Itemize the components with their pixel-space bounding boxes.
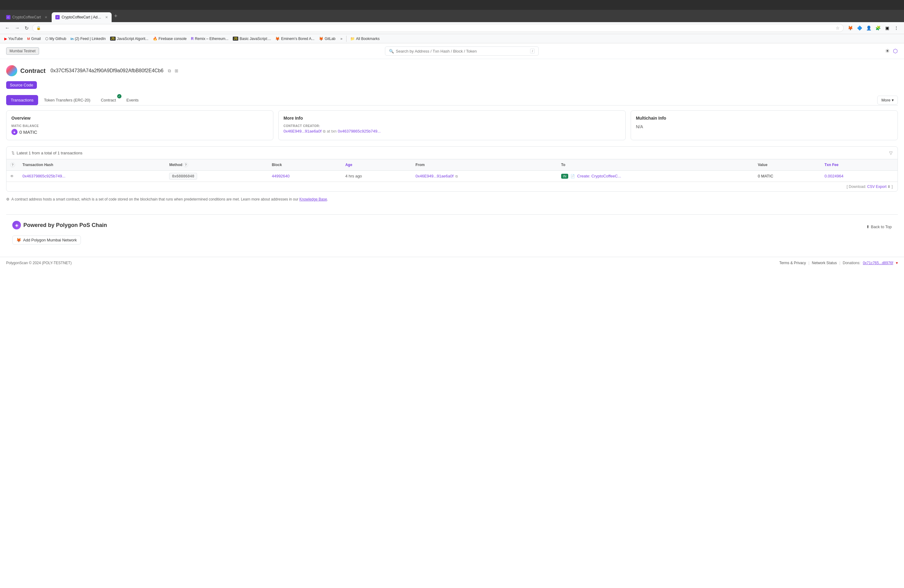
gmail-favicon: M (27, 37, 30, 41)
terms-link[interactable]: Terms & Privacy (779, 261, 806, 265)
sidebar-icon[interactable]: ▣ (883, 24, 891, 32)
multichain-value: N/A (636, 124, 893, 129)
col-block: Block (268, 159, 341, 171)
info-cards: Overview MATIC BALANCE ◈ 0 MATIC More In… (6, 111, 898, 140)
eye-icon[interactable]: 👁 (10, 174, 14, 179)
back-button[interactable]: ← (4, 25, 11, 32)
menu-icon[interactable]: ⋮ (892, 24, 900, 32)
tab-inactive[interactable]: C CryptoCoffeeCart ✕ (2, 12, 51, 22)
donation-address-link[interactable]: 0x71c765...d8976f (863, 261, 893, 265)
basicjs-favicon: JS (233, 36, 238, 41)
more-info-title: More Info (283, 115, 621, 120)
source-code-tab[interactable]: Source Code (6, 81, 37, 89)
copy-address-icon[interactable]: ⧉ (168, 68, 171, 74)
back-to-top-link[interactable]: ⬆ Back to Top (866, 224, 892, 229)
copy-creator-icon[interactable]: ⧉ (323, 129, 326, 133)
bookmark-github[interactable]: ⬡ My Github (43, 36, 68, 41)
download-prefix: [ Download: (847, 185, 866, 189)
tab-transactions[interactable]: Transactions (6, 95, 38, 105)
bookmark-gmail[interactable]: M Gmail (25, 36, 43, 41)
tab-events[interactable]: Events (122, 95, 143, 105)
bookmark-youtube[interactable]: ▶ YouTube (2, 36, 25, 41)
add-network-button[interactable]: 🦊 Add Polygon Mumbai Network (12, 236, 81, 245)
age-text: 4 hrs ago (345, 174, 362, 179)
more-label: More (881, 98, 890, 103)
bookmark-linkedin[interactable]: in (2) Feed | LinkedIn (69, 36, 107, 41)
tab-label-active: CryptoCoffeeCart | Address... (62, 15, 101, 19)
bookmark-eminem[interactable]: 🦊 Eminem's Bored A... (273, 36, 316, 41)
reload-button[interactable]: ↻ (24, 25, 30, 32)
info-help-icon[interactable]: ? (10, 162, 15, 167)
polygon-icon[interactable]: ⬡ (893, 47, 898, 54)
bookmark-gitlab[interactable]: 🦊 GitLab (317, 36, 337, 41)
row-age: 4 hrs ago (341, 171, 412, 182)
browser-actions: 🦊 🔷 👤 🧩 ▣ ⋮ (846, 24, 900, 32)
copy-from-icon[interactable]: ⧉ (455, 174, 458, 178)
bookmark-firebase[interactable]: 🔥 Firebase console (151, 36, 188, 41)
star-icon[interactable]: ☆ (836, 25, 840, 30)
more-button[interactable]: More ▾ (877, 96, 898, 104)
bookmark-remix[interactable]: R Remix – Ethereum... (189, 36, 230, 41)
tab-label: CryptoCoffeeCart (12, 15, 41, 19)
download-row: [ Download: CSV Export ⬇ ] (6, 182, 898, 191)
to-contract-icon: 📄 (571, 174, 575, 179)
csv-export-link[interactable]: CSV Export (867, 185, 887, 189)
txn-address-link[interactable]: 0x46379865c925b749... (338, 129, 381, 133)
matic-amount: 0 MATIC (19, 130, 37, 135)
network-status-link[interactable]: Network Status (812, 261, 837, 265)
jsalgo-label: JavaScript Algorit... (117, 36, 149, 41)
tab-close-active[interactable]: ✕ (103, 15, 108, 19)
forward-button[interactable]: → (14, 25, 21, 32)
fee-link[interactable]: 0.0024964 (824, 174, 843, 179)
creator-address-link[interactable]: 0x46E949...91ae6a0f (283, 129, 322, 133)
profile-icon[interactable]: 👤 (864, 24, 872, 32)
network-badge[interactable]: Mumbai Testnet (6, 47, 39, 55)
col-tx-hash: Transaction Hash (19, 159, 166, 171)
tab-token-transfers-label: Token Transfers (ERC-20) (44, 98, 90, 103)
bookmarks-more-icon[interactable]: » (338, 36, 345, 41)
row-to: IN 📄 Create: CryptoCoffeeC... (558, 171, 754, 182)
eminem-label: Eminem's Bored A... (281, 36, 314, 41)
page-wrapper: Mumbai Testnet 🔍 / ☀ ⬡ Contract 0x37Cf53… (0, 43, 904, 588)
tab-contract[interactable]: Contract ✓ (96, 95, 120, 105)
powered-section: ◈ Powered by Polygon PoS Chain ⬆ Back to… (6, 214, 898, 251)
tab-token-transfers[interactable]: Token Transfers (ERC-20) (40, 95, 95, 105)
block-link[interactable]: 44992640 (272, 174, 290, 179)
new-tab-button[interactable]: + (112, 13, 119, 19)
qr-code-icon[interactable]: ⊞ (175, 68, 179, 73)
row-block: 44992640 (268, 171, 341, 182)
search-input[interactable] (396, 49, 528, 54)
footer-links: Terms & Privacy | Network Status | Donat… (779, 261, 898, 265)
github-favicon: ⬡ (45, 36, 48, 41)
browser-tabs-bar: C CryptoCoffeeCart ✕ P CryptoCoffeeCart … (0, 10, 904, 22)
bookmark-basicjs[interactable]: JS Basic JavaScript:... (231, 36, 273, 41)
tab-contract-label: Contract (101, 98, 116, 103)
browser-top-bar (0, 0, 904, 10)
creator-row: 0x46E949...91ae6a0f ⧉ at txn 0x46379865c… (283, 129, 621, 133)
wallet-icon[interactable]: 🔷 (855, 24, 863, 32)
age-col-label: Age (345, 163, 352, 167)
method-help-icon[interactable]: ? (183, 162, 188, 167)
knowledge-base-link2[interactable]: Knowledge Base (299, 197, 327, 201)
tab-close[interactable]: ✕ (43, 15, 47, 19)
extensions-icon[interactable]: 🦊 (846, 24, 854, 32)
filter-icon[interactable]: ▽ (889, 150, 893, 155)
tab-active[interactable]: P CryptoCoffeeCart | Address... ✕ (52, 12, 112, 22)
fee-col-label: Txn Fee (824, 163, 838, 167)
url-input[interactable]: mumbai.polygonscan.com/address/0x37cf534… (43, 26, 834, 30)
at-txn-label: at txn (327, 129, 337, 133)
extension-icon[interactable]: 🧩 (874, 24, 882, 32)
main-tabs-row: Transactions Token Transfers (ERC-20) Co… (6, 95, 898, 106)
address-bar[interactable]: 🔒 mumbai.polygonscan.com/address/0x37cf5… (32, 24, 844, 32)
info-note-content: A contract address hosts a smart contrac… (11, 197, 298, 201)
from-link[interactable]: 0x46E949...91ae6a0f (416, 174, 454, 179)
theme-toggle-icon[interactable]: ☀ (885, 47, 890, 54)
more-chevron-icon: ▾ (892, 98, 894, 103)
tx-hash-link[interactable]: 0x46379865c925b749... (22, 174, 65, 179)
col-txn-fee: Txn Fee (821, 159, 898, 171)
main-content: Contract 0x37Cf534739A74a2f90A9Df9a092Af… (0, 59, 904, 257)
all-bookmarks[interactable]: 📁 All Bookmarks (348, 36, 382, 41)
tab-favicon: C (6, 15, 11, 19)
to-link[interactable]: Create: CryptoCoffeeC... (577, 174, 621, 179)
bookmark-jsalgo[interactable]: JS JavaScript Algorit... (108, 36, 150, 41)
